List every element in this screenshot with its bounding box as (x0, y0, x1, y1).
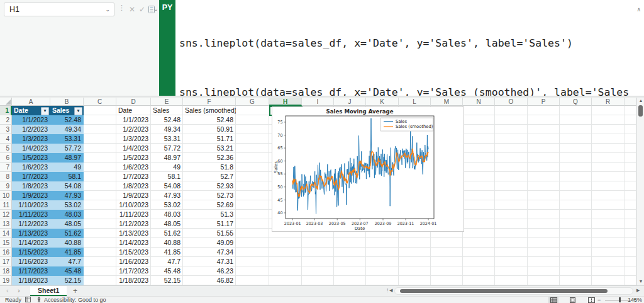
accessibility-status[interactable]: Accessibility: Good to go (44, 297, 106, 303)
table-cell-sales[interactable]: 54.08 (50, 181, 84, 191)
scroll-left-icon[interactable]: ◀ (389, 288, 392, 293)
column-header-B[interactable]: B (50, 98, 84, 106)
column-header-Q[interactable]: Q (560, 98, 592, 106)
cell-sales[interactable]: 52.15 (151, 276, 183, 285)
table-cell-date[interactable]: 1/3/2023 (12, 134, 50, 144)
cell-smoothed[interactable]: 51.8 (183, 163, 236, 172)
table-cell-sales[interactable]: 48.05 (50, 219, 84, 229)
table-cell-date[interactable]: 1/13/2023 (12, 229, 50, 238)
column-header-O[interactable]: O (495, 98, 528, 106)
select-all-corner[interactable] (0, 98, 12, 106)
table-cell-sales[interactable]: 52.48 (50, 115, 84, 125)
cell-smoothed[interactable]: 52.69 (183, 200, 236, 210)
table-cell-date[interactable]: 1/9/2023 (12, 191, 50, 200)
filter-dropdown-icon[interactable]: ▾ (74, 107, 82, 115)
formula-bar-resize-handle[interactable]: ⋮ (118, 4, 125, 12)
cell-sales[interactable]: 49 (151, 163, 183, 172)
cell-sales[interactable]: 51.62 (151, 229, 183, 238)
table-cell-date[interactable]: 1/12/2023 (12, 219, 50, 229)
row-header-15[interactable]: 15 (0, 238, 12, 248)
table-cell-sales[interactable]: 40.88 (50, 238, 84, 248)
add-sheet-button[interactable]: + (73, 287, 77, 295)
table-header-sales[interactable]: Sales▾ (50, 106, 84, 115)
cell-date[interactable]: 1/9/2023 (116, 191, 151, 200)
row-header-14[interactable]: 14 (0, 229, 12, 238)
row-header-12[interactable]: 12 (0, 210, 12, 219)
column-header-N[interactable]: N (463, 98, 495, 106)
table-cell-sales[interactable]: 51.62 (50, 229, 84, 238)
table-cell-sales[interactable]: 48.97 (50, 153, 84, 163)
cell-date[interactable]: 1/12/2023 (116, 219, 151, 229)
cell-sales[interactable]: 41.85 (151, 248, 183, 257)
column-header-J[interactable]: J (334, 98, 366, 106)
cell-smoothed[interactable]: 52.48 (183, 115, 236, 125)
cell-sales[interactable]: 52.48 (151, 115, 183, 125)
cell-smoothed[interactable]: 52.93 (183, 181, 236, 191)
formula-input[interactable]: sns.lineplot(data=sales_df, x='Date', y=… (175, 0, 644, 96)
column-header-A[interactable]: A (12, 98, 50, 106)
insert-function-icon[interactable] (148, 6, 157, 13)
cell-date[interactable]: 1/15/2023 (116, 248, 151, 257)
cell-sales[interactable]: 40.88 (151, 238, 183, 248)
zoom-slider-thumb[interactable] (619, 297, 621, 302)
column-header-E[interactable]: E (151, 98, 183, 106)
scroll-right-icon[interactable]: ▶ (636, 288, 640, 293)
enter-icon[interactable]: ✓ (139, 4, 145, 14)
cell-sales[interactable]: 53.31 (151, 134, 183, 144)
table-cell-sales[interactable]: 48.03 (50, 210, 84, 219)
table-cell-sales[interactable]: 57.72 (50, 144, 84, 153)
vertical-scrollbar[interactable]: ▲ ▼ (636, 98, 644, 285)
table-cell-date[interactable]: 1/18/2023 (12, 276, 50, 285)
table-cell-sales[interactable]: 45.48 (50, 266, 84, 276)
table-cell-date[interactable]: 1/10/2023 (12, 200, 50, 210)
table-cell-date[interactable]: 1/8/2023 (12, 181, 50, 191)
cell-smoothed[interactable]: 46.82 (183, 276, 236, 285)
cell-date[interactable]: 1/13/2023 (116, 229, 151, 238)
cell-smoothed[interactable]: 51.17 (183, 219, 236, 229)
cell-date[interactable]: 1/10/2023 (116, 200, 151, 210)
cell-sales[interactable]: 54.08 (151, 181, 183, 191)
cell-smoothed[interactable]: 51.55 (183, 229, 236, 238)
table-cell-date[interactable]: 1/7/2023 (12, 172, 50, 181)
worksheet-grid[interactable]: ABCDEFGHIJKLMNOPQR1234567891011121314151… (0, 98, 636, 285)
cell-smoothed[interactable]: 52.7 (183, 172, 236, 181)
table-cell-date[interactable]: 1/15/2023 (12, 248, 50, 257)
table-cell-date[interactable]: 1/5/2023 (12, 153, 50, 163)
table-cell-date[interactable]: 1/4/2023 (12, 144, 50, 153)
column-header-C[interactable]: C (84, 98, 116, 106)
horizontal-scrollbar[interactable] (394, 287, 633, 295)
row-header-11[interactable]: 11 (0, 200, 12, 210)
column-header-H[interactable]: H (269, 98, 302, 106)
row-header-10[interactable]: 10 (0, 191, 12, 200)
table-cell-sales[interactable]: 53.31 (50, 134, 84, 144)
zoom-out-button[interactable]: − (597, 297, 601, 303)
table-cell-date[interactable]: 1/2/2023 (12, 125, 50, 134)
row-header-2[interactable]: 2 (0, 115, 12, 125)
table-cell-date[interactable]: 1/11/2023 (12, 210, 50, 219)
cell-sales[interactable]: 45.48 (151, 266, 183, 276)
table-cell-date[interactable]: 1/14/2023 (12, 238, 50, 248)
row-header-7[interactable]: 7 (0, 163, 12, 172)
cell-d1[interactable]: Date (116, 106, 151, 115)
cell-sales[interactable]: 47.93 (151, 191, 183, 200)
column-header-L[interactable]: L (399, 98, 431, 106)
table-header-date[interactable]: Date▾ (12, 106, 50, 115)
column-header-M[interactable]: M (431, 98, 463, 106)
cell-sales[interactable]: 53.02 (151, 200, 183, 210)
scroll-up-icon[interactable]: ▲ (637, 98, 644, 103)
table-cell-date[interactable]: 1/1/2023 (12, 115, 50, 125)
table-cell-date[interactable]: 1/6/2023 (12, 163, 50, 172)
cell-date[interactable]: 1/2/2023 (116, 125, 151, 134)
scroll-down-icon[interactable]: ▼ (637, 279, 644, 283)
cell-sales[interactable]: 48.05 (151, 219, 183, 229)
cell-smoothed[interactable]: 50.91 (183, 125, 236, 134)
cell-smoothed[interactable]: 51.71 (183, 134, 236, 144)
page-layout-view-icon[interactable] (567, 297, 577, 303)
column-header-F[interactable]: F (183, 98, 236, 106)
name-box[interactable]: H1 ⌄ (4, 3, 114, 16)
name-box-dropdown-icon[interactable]: ⌄ (105, 6, 114, 13)
row-header-8[interactable]: 8 (0, 172, 12, 181)
row-header-1[interactable]: 1 (0, 106, 12, 115)
table-cell-sales[interactable]: 52.15 (50, 276, 84, 285)
table-cell-sales[interactable]: 53.02 (50, 200, 84, 210)
